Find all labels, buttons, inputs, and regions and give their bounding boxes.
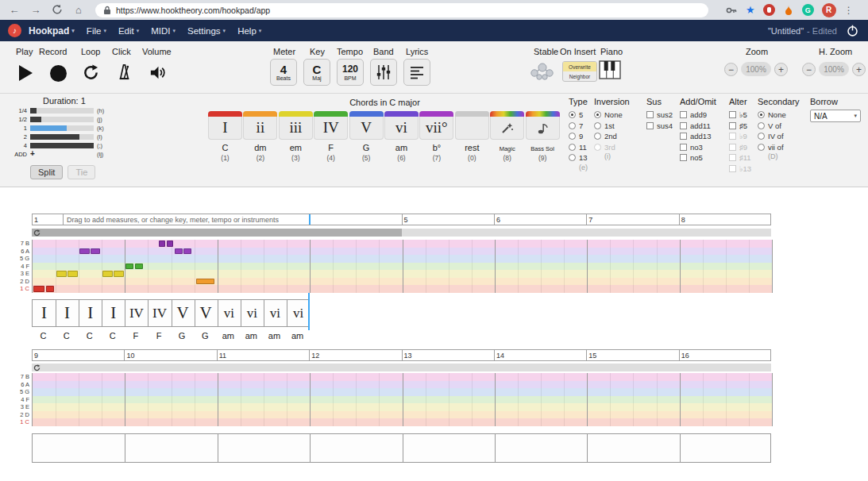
note-E[interactable] <box>68 271 78 277</box>
chord-cell[interactable]: I <box>102 300 125 326</box>
add_omit-option-add11[interactable]: add11 <box>680 121 716 132</box>
browser-menu-icon[interactable]: ⋮ <box>844 5 854 16</box>
play-button[interactable] <box>14 61 37 85</box>
chord-button-b°[interactable]: vii° <box>419 111 453 140</box>
secondary-option-vii of[interactable]: vii of <box>758 142 800 153</box>
type-option-7[interactable]: 7 <box>569 121 588 132</box>
note-F[interactable] <box>125 264 133 270</box>
alter-option-♯5[interactable]: ♯5 <box>729 121 751 132</box>
type-option-13[interactable]: 13 <box>569 152 588 164</box>
note-A[interactable] <box>175 248 183 255</box>
power-button[interactable] <box>845 23 860 38</box>
alter-option-♭9[interactable]: ♭9 <box>729 131 751 142</box>
duration-option-1/4[interactable]: 1/4(h) <box>11 106 206 114</box>
add_omit-option-add13[interactable]: add13 <box>680 131 716 142</box>
note-E[interactable] <box>114 271 124 277</box>
note-B[interactable] <box>167 240 173 247</box>
inversion-option-1st[interactable]: 1st <box>594 121 630 132</box>
menu-help[interactable]: Help▾ <box>237 26 261 36</box>
zoom-in-button[interactable]: + <box>774 63 788 76</box>
extension-icon-red[interactable] <box>763 4 775 16</box>
type-option-9[interactable]: 9 <box>569 131 588 142</box>
chord-button-C[interactable]: I <box>208 111 242 140</box>
add_omit-option-no5[interactable]: no5 <box>680 152 716 164</box>
chord-cell[interactable]: vi <box>264 300 287 326</box>
note-A[interactable] <box>91 248 100 255</box>
note-E[interactable] <box>56 271 67 277</box>
menu-midi[interactable]: MIDI▾ <box>151 26 176 36</box>
note-C[interactable] <box>33 286 45 292</box>
hookpad-logo-icon[interactable]: ♪ <box>8 24 21 37</box>
alter-option-♭13[interactable]: ♭13 <box>729 164 751 175</box>
tie-button[interactable]: Tie <box>68 165 95 179</box>
chord-cell[interactable]: vi <box>218 300 241 326</box>
alter-option-♯11[interactable]: ♯11 <box>729 152 751 164</box>
section-bar[interactable] <box>32 229 771 237</box>
stable-button[interactable] <box>527 60 556 84</box>
on-insert-toggle[interactable]: Overwrite Neighbor <box>562 61 597 82</box>
sus-option-sus4[interactable]: sus4 <box>646 121 673 132</box>
record-button[interactable] <box>46 61 70 85</box>
secondary-option-V of[interactable]: V of <box>758 121 800 132</box>
note-grid[interactable] <box>32 373 773 426</box>
menu-settings[interactable]: Settings▾ <box>187 26 226 36</box>
inversion-option-None[interactable]: None <box>594 110 630 121</box>
menu-hookpad[interactable]: Hookpad▾ <box>29 25 75 37</box>
alter-option-♯9[interactable]: ♯9 <box>729 142 751 153</box>
inversion-option-3rd[interactable]: 3rd <box>594 142 630 153</box>
home-icon[interactable]: ⌂ <box>72 5 85 15</box>
loop-button[interactable] <box>79 60 102 84</box>
measure-ruler[interactable]: 15678Drag to add measures, or change key… <box>32 214 771 225</box>
forward-icon[interactable]: → <box>29 5 42 15</box>
note-A[interactable] <box>79 248 90 255</box>
back-icon[interactable]: ← <box>8 5 21 15</box>
chord-cell[interactable]: I <box>79 300 102 326</box>
chord-lane[interactable] <box>32 433 771 463</box>
chord-cell[interactable]: V <box>195 300 218 326</box>
note-grid[interactable] <box>32 240 773 293</box>
volume-button[interactable] <box>145 60 169 84</box>
chord-cell[interactable]: vi <box>287 300 310 326</box>
on-insert-neighbor[interactable]: Neighbor <box>563 71 596 81</box>
extension-icon-orange[interactable] <box>783 5 794 16</box>
piano-button[interactable] <box>599 60 621 83</box>
chord-cell[interactable]: IV <box>148 300 171 326</box>
add_omit-option-add9[interactable]: add9 <box>680 110 716 121</box>
note-A[interactable] <box>183 248 191 255</box>
chord-lane[interactable]: IIIIIVIVVVvivivivi <box>32 299 309 327</box>
chord-cell[interactable]: IV <box>125 300 148 326</box>
chord-cell[interactable]: vi <box>241 300 264 326</box>
sus-option-sus2[interactable]: sus2 <box>646 110 673 121</box>
chord-button-am[interactable]: vi <box>384 111 419 140</box>
profile-avatar[interactable]: R <box>822 3 836 17</box>
bookmark-star-icon[interactable]: ★ <box>746 5 755 15</box>
note-E[interactable] <box>102 271 113 277</box>
duration-option-1[interactable]: 1(k) <box>11 124 206 132</box>
tempo-button[interactable]: 120 BPM <box>337 59 364 86</box>
secondary-option-None[interactable]: None <box>758 110 800 121</box>
h-zoom-in-button[interactable]: + <box>852 63 866 76</box>
band-button[interactable] <box>370 59 397 86</box>
split-button[interactable]: Split <box>30 165 63 179</box>
address-bar[interactable]: https://www.hooktheory.com/hookpad/app <box>95 3 708 17</box>
note-C[interactable] <box>46 286 54 292</box>
borrow-select[interactable]: N/A▾ <box>810 110 861 122</box>
duration-option-2[interactable]: 2(l) <box>11 133 206 140</box>
chord-cell[interactable]: I <box>56 300 79 326</box>
chord-cell[interactable]: I <box>33 300 56 326</box>
duration-option-ADD[interactable]: ADD+(lj) <box>11 150 206 158</box>
chord-cell[interactable]: V <box>172 300 195 326</box>
secondary-option-IV of[interactable]: IV of <box>758 131 800 142</box>
type-option-11[interactable]: 11 <box>569 142 588 153</box>
duration-option-4[interactable]: 4(;) <box>11 141 206 149</box>
chord-button-dm[interactable]: ii <box>243 111 277 140</box>
chord-button-Magic[interactable] <box>490 111 524 140</box>
lyrics-button[interactable] <box>403 59 430 86</box>
note-D[interactable] <box>196 279 214 285</box>
extension-icon-green[interactable]: G <box>802 4 814 16</box>
click-button[interactable] <box>112 60 136 83</box>
meter-button[interactable]: 4 Beats <box>270 59 297 86</box>
inversion-option-2nd[interactable]: 2nd <box>594 131 630 142</box>
note-B[interactable] <box>159 240 165 247</box>
chord-button-rest[interactable] <box>455 111 489 140</box>
